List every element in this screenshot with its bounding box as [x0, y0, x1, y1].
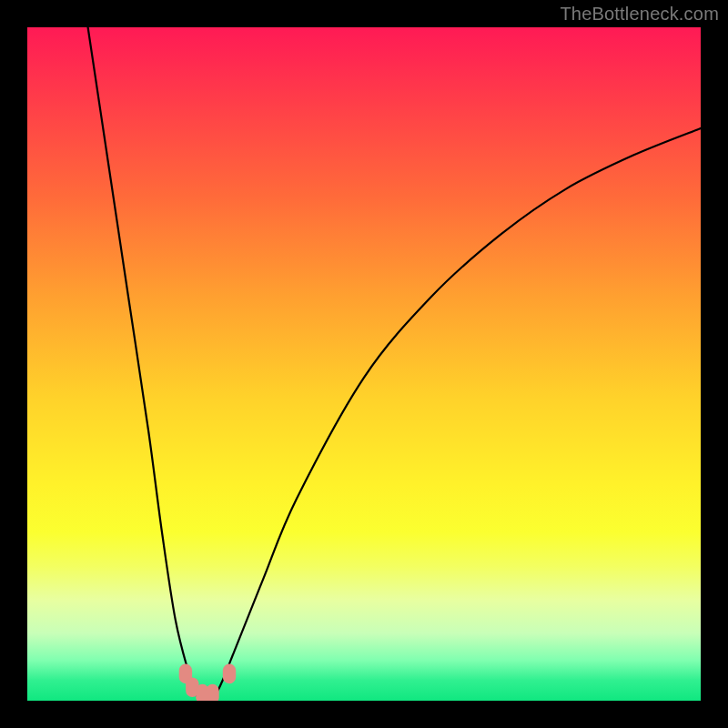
config-point-marker: [206, 684, 218, 701]
bottleneck-curve: [88, 27, 701, 701]
config-point-marker: [223, 664, 236, 684]
curve-layer: [27, 27, 701, 701]
chart-frame: TheBottleneck.com: [0, 0, 728, 728]
marker-group: [179, 664, 237, 701]
watermark-text: TheBottleneck.com: [560, 4, 719, 25]
plot-area: [27, 27, 701, 701]
